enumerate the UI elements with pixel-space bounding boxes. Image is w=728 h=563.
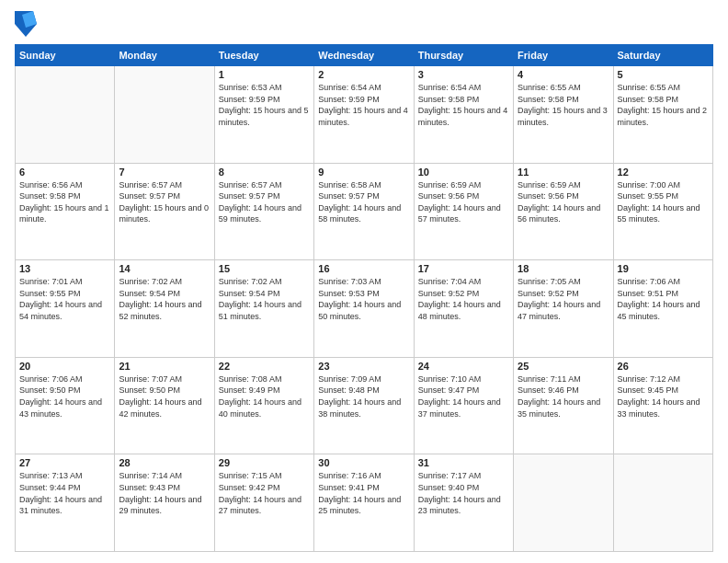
day-number: 26 [618,361,709,372]
week-row-2: 6Sunrise: 6:56 AMSunset: 9:58 PMDaylight… [16,163,713,260]
cell-content: Sunrise: 6:54 AMSunset: 9:59 PMDaylight:… [318,82,409,128]
cell-content: Sunrise: 7:10 AMSunset: 9:47 PMDaylight:… [418,373,509,419]
cell-content: Sunrise: 7:02 AMSunset: 9:54 PMDaylight:… [219,276,310,322]
day-number: 13 [19,263,110,274]
day-number: 14 [119,263,210,274]
weekday-header-tuesday: Tuesday [214,45,313,66]
day-number: 15 [219,263,310,274]
day-number: 29 [219,457,310,468]
weekday-header-thursday: Thursday [414,45,513,66]
day-number: 16 [318,263,409,274]
calendar-cell: 11Sunrise: 6:59 AMSunset: 9:56 PMDayligh… [514,163,613,260]
calendar-cell: 3Sunrise: 6:54 AMSunset: 9:58 PMDaylight… [414,66,513,164]
calendar-cell [514,454,613,552]
cell-content: Sunrise: 6:59 AMSunset: 9:56 PMDaylight:… [518,179,609,225]
day-number: 20 [19,361,110,372]
day-number: 28 [119,457,210,468]
day-number: 25 [518,361,609,372]
cell-content: Sunrise: 7:12 AMSunset: 9:45 PMDaylight:… [618,373,709,419]
cell-content: Sunrise: 7:09 AMSunset: 9:48 PMDaylight:… [318,373,409,419]
day-number: 9 [318,167,409,178]
header [15,11,713,37]
calendar-cell [16,66,115,164]
calendar-cell: 18Sunrise: 7:05 AMSunset: 9:52 PMDayligh… [514,260,613,358]
cell-content: Sunrise: 7:06 AMSunset: 9:50 PMDaylight:… [19,373,110,419]
calendar-cell: 9Sunrise: 6:58 AMSunset: 9:57 PMDaylight… [314,163,414,260]
cell-content: Sunrise: 6:57 AMSunset: 9:57 PMDaylight:… [219,179,310,225]
weekday-header-sunday: Sunday [16,45,115,66]
week-row-1: 1Sunrise: 6:53 AMSunset: 9:59 PMDaylight… [16,66,713,164]
cell-content: Sunrise: 6:57 AMSunset: 9:57 PMDaylight:… [119,179,210,225]
calendar-cell: 20Sunrise: 7:06 AMSunset: 9:50 PMDayligh… [16,357,115,454]
cell-content: Sunrise: 7:00 AMSunset: 9:55 PMDaylight:… [618,179,709,225]
day-number: 6 [19,167,110,178]
logo-icon [15,11,37,37]
cell-content: Sunrise: 6:55 AMSunset: 9:58 PMDaylight:… [618,82,709,128]
cell-content: Sunrise: 7:04 AMSunset: 9:52 PMDaylight:… [418,276,509,322]
calendar-cell: 30Sunrise: 7:16 AMSunset: 9:41 PMDayligh… [314,454,414,552]
calendar-cell: 24Sunrise: 7:10 AMSunset: 9:47 PMDayligh… [414,357,513,454]
cell-content: Sunrise: 6:55 AMSunset: 9:58 PMDaylight:… [518,82,609,128]
calendar-cell [613,454,712,552]
cell-content: Sunrise: 6:58 AMSunset: 9:57 PMDaylight:… [318,179,409,225]
day-number: 21 [119,361,210,372]
calendar-cell: 28Sunrise: 7:14 AMSunset: 9:43 PMDayligh… [115,454,214,552]
week-row-4: 20Sunrise: 7:06 AMSunset: 9:50 PMDayligh… [16,357,713,454]
day-number: 30 [318,457,409,468]
calendar-cell: 19Sunrise: 7:06 AMSunset: 9:51 PMDayligh… [613,260,712,358]
cell-content: Sunrise: 7:16 AMSunset: 9:41 PMDaylight:… [318,470,409,516]
calendar-cell: 5Sunrise: 6:55 AMSunset: 9:58 PMDaylight… [613,66,712,164]
weekday-header-friday: Friday [514,45,613,66]
calendar-cell: 16Sunrise: 7:03 AMSunset: 9:53 PMDayligh… [314,260,414,358]
day-number: 11 [518,167,609,178]
cell-content: Sunrise: 7:13 AMSunset: 9:44 PMDaylight:… [19,470,110,516]
calendar-cell: 10Sunrise: 6:59 AMSunset: 9:56 PMDayligh… [414,163,513,260]
cell-content: Sunrise: 7:08 AMSunset: 9:49 PMDaylight:… [219,373,310,419]
calendar-cell: 14Sunrise: 7:02 AMSunset: 9:54 PMDayligh… [115,260,214,358]
calendar-cell: 23Sunrise: 7:09 AMSunset: 9:48 PMDayligh… [314,357,414,454]
cell-content: Sunrise: 6:59 AMSunset: 9:56 PMDaylight:… [418,179,509,225]
day-number: 3 [418,69,509,80]
day-number: 17 [418,263,509,274]
calendar-cell: 8Sunrise: 6:57 AMSunset: 9:57 PMDaylight… [214,163,313,260]
calendar-cell: 22Sunrise: 7:08 AMSunset: 9:49 PMDayligh… [214,357,313,454]
cell-content: Sunrise: 6:56 AMSunset: 9:58 PMDaylight:… [19,179,110,225]
cell-content: Sunrise: 6:54 AMSunset: 9:58 PMDaylight:… [418,82,509,128]
day-number: 18 [518,263,609,274]
day-number: 12 [618,167,709,178]
weekday-header-row: SundayMondayTuesdayWednesdayThursdayFrid… [16,45,713,66]
cell-content: Sunrise: 7:05 AMSunset: 9:52 PMDaylight:… [518,276,609,322]
calendar-cell: 4Sunrise: 6:55 AMSunset: 9:58 PMDaylight… [514,66,613,164]
calendar-cell: 13Sunrise: 7:01 AMSunset: 9:55 PMDayligh… [16,260,115,358]
page: SundayMondayTuesdayWednesdayThursdayFrid… [0,0,728,563]
week-row-5: 27Sunrise: 7:13 AMSunset: 9:44 PMDayligh… [16,454,713,552]
calendar-cell: 26Sunrise: 7:12 AMSunset: 9:45 PMDayligh… [613,357,712,454]
weekday-header-saturday: Saturday [613,45,712,66]
day-number: 24 [418,361,509,372]
week-row-3: 13Sunrise: 7:01 AMSunset: 9:55 PMDayligh… [16,260,713,358]
weekday-header-wednesday: Wednesday [314,45,414,66]
calendar-cell: 29Sunrise: 7:15 AMSunset: 9:42 PMDayligh… [214,454,313,552]
cell-content: Sunrise: 7:17 AMSunset: 9:40 PMDaylight:… [418,470,509,516]
day-number: 4 [518,69,609,80]
calendar-cell: 15Sunrise: 7:02 AMSunset: 9:54 PMDayligh… [214,260,313,358]
logo [15,11,39,37]
day-number: 23 [318,361,409,372]
day-number: 5 [618,69,709,80]
calendar-cell [115,66,214,164]
calendar-cell: 12Sunrise: 7:00 AMSunset: 9:55 PMDayligh… [613,163,712,260]
cell-content: Sunrise: 7:01 AMSunset: 9:55 PMDaylight:… [19,276,110,322]
calendar-cell: 21Sunrise: 7:07 AMSunset: 9:50 PMDayligh… [115,357,214,454]
calendar-cell: 27Sunrise: 7:13 AMSunset: 9:44 PMDayligh… [16,454,115,552]
calendar-cell: 6Sunrise: 6:56 AMSunset: 9:58 PMDaylight… [16,163,115,260]
day-number: 8 [219,167,310,178]
cell-content: Sunrise: 7:11 AMSunset: 9:46 PMDaylight:… [518,373,609,419]
day-number: 2 [318,69,409,80]
weekday-header-monday: Monday [115,45,214,66]
day-number: 19 [618,263,709,274]
calendar-cell: 2Sunrise: 6:54 AMSunset: 9:59 PMDaylight… [314,66,414,164]
day-number: 27 [19,457,110,468]
cell-content: Sunrise: 7:02 AMSunset: 9:54 PMDaylight:… [119,276,210,322]
calendar-cell: 25Sunrise: 7:11 AMSunset: 9:46 PMDayligh… [514,357,613,454]
day-number: 1 [219,69,310,80]
